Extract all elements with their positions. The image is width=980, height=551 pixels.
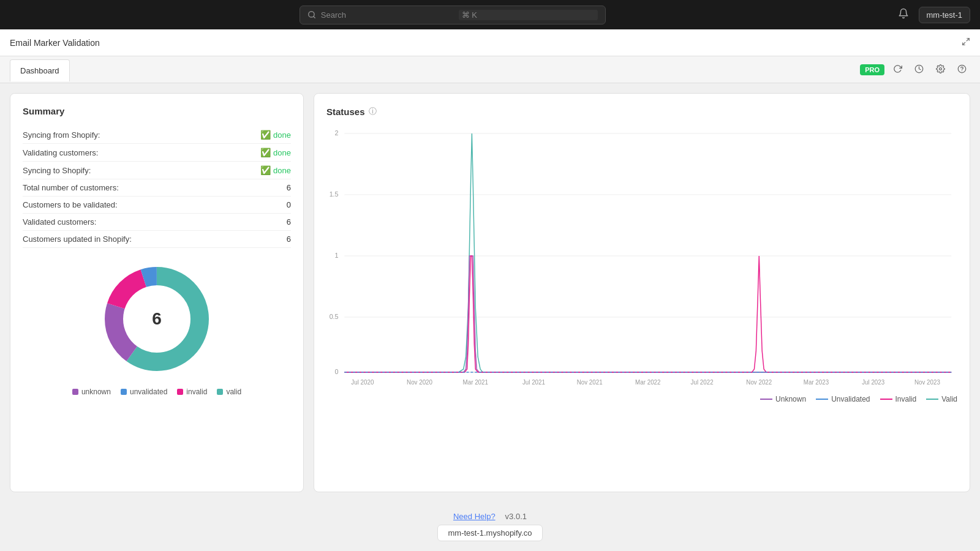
footer-links: Need Help? v3.0.1 xyxy=(453,512,527,521)
history-button[interactable] xyxy=(911,62,927,78)
legend-label-valid: valid xyxy=(226,388,241,396)
statuses-title: Statuses xyxy=(326,107,365,117)
bell-icon xyxy=(898,8,909,19)
legend-dot-valid xyxy=(217,389,223,395)
row-value: 0 xyxy=(232,197,291,214)
row-label: Total number of customers: xyxy=(23,179,232,197)
legend-dot-invalid xyxy=(177,389,183,395)
table-row: Customers to be validated: 0 xyxy=(23,197,291,214)
legend-item-invalid-line: Invalid xyxy=(880,395,917,403)
svg-text:Mar 2023: Mar 2023 xyxy=(804,379,829,386)
status-done: ✅ done xyxy=(232,165,291,175)
row-value: 6 xyxy=(232,231,291,248)
legend-label-invalid-line: Invalid xyxy=(895,395,917,403)
row-value: ✅ done xyxy=(232,126,291,144)
legend-dot-unknown xyxy=(72,389,78,395)
row-label: Customers updated in Shopify: xyxy=(23,231,232,248)
app-title-bar: Email Marker Validation xyxy=(0,29,980,56)
svg-text:Nov 2021: Nov 2021 xyxy=(577,379,603,386)
top-nav: Search ⌘ K mm-test-1 xyxy=(0,0,980,29)
chart-header: Statuses ⓘ xyxy=(326,106,957,117)
main-content: Summary Syncing from Shopify: ✅ done Val… xyxy=(0,83,980,502)
svg-text:Nov 2022: Nov 2022 xyxy=(746,379,772,386)
legend-item-valid: valid xyxy=(217,388,241,396)
refresh-button[interactable] xyxy=(889,62,906,78)
svg-line-2 xyxy=(967,38,969,40)
clock-icon xyxy=(914,64,924,73)
svg-text:Mar 2022: Mar 2022 xyxy=(635,379,660,386)
search-bar[interactable]: Search ⌘ K xyxy=(300,6,606,24)
svg-text:Jul 2023: Jul 2023 xyxy=(862,379,885,386)
svg-text:0: 0 xyxy=(335,368,339,375)
table-row: Customers updated in Shopify: 6 xyxy=(23,231,291,248)
legend-label-invalid: invalid xyxy=(186,388,207,396)
user-badge[interactable]: mm-test-1 xyxy=(919,7,971,23)
svg-point-5 xyxy=(940,67,942,70)
svg-text:Mar 2021: Mar 2021 xyxy=(463,379,489,386)
legend-label-valid-line: Valid xyxy=(941,395,957,403)
status-done: ✅ done xyxy=(232,130,291,140)
row-value: ✅ done xyxy=(232,162,291,179)
row-value: ✅ done xyxy=(232,144,291,162)
row-value: 6 xyxy=(232,179,291,197)
row-label: Syncing from Shopify: xyxy=(23,126,232,144)
table-row: Syncing from Shopify: ✅ done xyxy=(23,126,291,144)
legend-dot-unvalidated xyxy=(121,389,127,395)
row-label: Validating customers: xyxy=(23,144,232,162)
table-row: Total number of customers: 6 xyxy=(23,179,291,197)
legend-item-unvalidated: unvalidated xyxy=(121,388,167,396)
app-title: Email Marker Validation xyxy=(10,38,100,48)
row-label: Syncing to Shopify: xyxy=(23,162,232,179)
help-link[interactable]: Need Help? xyxy=(453,512,496,521)
legend-item-unknown-line: Unknown xyxy=(760,395,806,403)
svg-text:Jul 2021: Jul 2021 xyxy=(522,379,546,386)
summary-table: Syncing from Shopify: ✅ done Validating … xyxy=(23,126,291,248)
check-icon: ✅ xyxy=(260,148,271,157)
svg-text:Nov 2023: Nov 2023 xyxy=(914,379,940,386)
legend-item-unvalidated-line: Unvalidated xyxy=(816,395,870,403)
tabs: Dashboard xyxy=(10,59,70,81)
check-icon: ✅ xyxy=(260,130,271,140)
legend-label-unvalidated: unvalidated xyxy=(130,388,167,396)
row-value: 6 xyxy=(232,214,291,231)
line-chart-area: 2 1.5 1 0.5 0 Jul 2020 Nov 2020 Mar 2021… xyxy=(326,124,957,390)
expand-icon xyxy=(962,37,970,46)
row-label: Customers to be validated: xyxy=(23,197,232,214)
legend-label-unvalidated-line: Unvalidated xyxy=(831,395,870,403)
legend-item-invalid: invalid xyxy=(177,388,207,396)
notifications-button[interactable] xyxy=(895,6,911,24)
version-label: v3.0.1 xyxy=(505,512,527,521)
help-icon xyxy=(957,64,967,73)
donut-container: 6 unknown unvalidated invalid valid xyxy=(23,258,291,396)
legend-line-valid xyxy=(926,399,938,400)
legend-label-unknown-line: Unknown xyxy=(775,395,806,403)
gear-icon xyxy=(936,64,945,73)
settings-button[interactable] xyxy=(932,62,949,78)
pro-badge: PRO xyxy=(860,64,884,75)
legend-line-unknown xyxy=(760,399,772,400)
svg-text:Nov 2020: Nov 2020 xyxy=(407,379,432,386)
svg-text:0.5: 0.5 xyxy=(330,313,339,320)
table-row: Validated customers: 6 xyxy=(23,214,291,231)
help-button[interactable] xyxy=(954,62,970,78)
svg-line-3 xyxy=(963,42,965,45)
tab-bar: Dashboard PRO xyxy=(0,56,980,83)
search-placeholder: Search xyxy=(321,10,454,20)
svg-text:Jul 2020: Jul 2020 xyxy=(351,379,374,386)
tab-dashboard[interactable]: Dashboard xyxy=(10,59,70,81)
legend-item-unknown: unknown xyxy=(72,388,111,396)
statuses-card: Statuses ⓘ 2 1.5 1 0.5 0 Jul 2020 Nov 20… xyxy=(314,93,970,492)
legend-label-unknown: unknown xyxy=(81,388,111,396)
legend-line-unvalidated xyxy=(816,399,828,400)
svg-text:2: 2 xyxy=(335,129,339,137)
table-row: Validating customers: ✅ done xyxy=(23,144,291,162)
row-label: Validated customers: xyxy=(23,214,232,231)
line-chart-svg: 2 1.5 1 0.5 0 Jul 2020 Nov 2020 Mar 2021… xyxy=(326,124,957,388)
footer: Need Help? v3.0.1 mm-test-1.myshopify.co xyxy=(0,502,980,551)
expand-button[interactable] xyxy=(962,37,970,48)
svg-line-1 xyxy=(313,17,315,18)
legend-line-invalid xyxy=(880,399,892,400)
info-icon[interactable]: ⓘ xyxy=(369,106,377,117)
check-icon: ✅ xyxy=(260,165,271,175)
svg-text:1.5: 1.5 xyxy=(330,190,339,198)
